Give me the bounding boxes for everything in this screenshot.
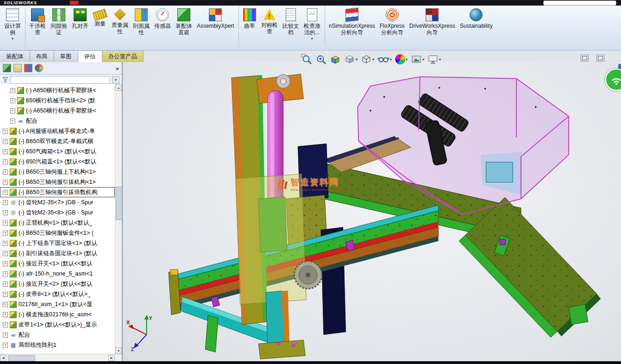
configurationmanager-tab-icon[interactable] — [24, 64, 32, 72]
commandmanager-tab[interactable]: 草图 — [54, 50, 78, 63]
tree-expander-icon[interactable] — [3, 231, 8, 236]
tree-expander-icon[interactable] — [3, 180, 8, 185]
tree-row[interactable]: (-) 上下链条下固定块<1> (默认 — [0, 238, 115, 248]
tree-expander-icon[interactable] — [10, 98, 15, 103]
zoom-fit-icon[interactable] — [301, 54, 312, 65]
panel-expand-chevron-icon[interactable] — [116, 65, 119, 72]
scroll-right-button[interactable] — [108, 355, 115, 361]
view-orientation-icon[interactable] — [344, 54, 358, 65]
tree-expander-icon[interactable] — [3, 333, 8, 338]
tree-row[interactable]: (-) 接近开关<1> (默认<<默认 — [0, 258, 115, 269]
ribbon-button[interactable]: 装配体 直观 — [173, 6, 194, 46]
tree-row[interactable]: (-) B650三轴伺服上下机构<1> — [0, 167, 115, 177]
tree-row[interactable]: (-) A650横行机械手塑胶块< — [0, 106, 115, 116]
commandmanager-tab[interactable]: 布局 — [30, 50, 54, 63]
tree-expander-icon[interactable] — [10, 88, 15, 93]
propertymanager-tab-icon[interactable] — [13, 64, 22, 72]
graphics-viewport[interactable]: Y X Z — [123, 62, 621, 361]
tree-row[interactable]: (-) 齿轮M2-35<8> (GB - Spur — [0, 207, 115, 218]
tree-expander-icon[interactable] — [3, 200, 8, 205]
hide-show-items-icon[interactable] — [377, 54, 392, 65]
tree-expander-icon[interactable] — [3, 292, 8, 297]
tree-vertical-scrollbar[interactable] — [115, 84, 122, 354]
tree-row[interactable]: (-) 皮带8<1> (默认<<默认>_ — [0, 289, 115, 299]
tree-row[interactable]: (-) 齿轮M2-35<7> (GB - Spur — [0, 197, 115, 207]
dimxpert-tab-icon[interactable] — [35, 64, 43, 72]
tree-row[interactable]: (-) B650双节横走式-单截式横 — [0, 136, 115, 146]
ribbon-button[interactable]: 质量属 性 — [109, 6, 131, 46]
zoom-area-icon[interactable] — [315, 54, 326, 65]
tree-expander-icon[interactable] — [3, 149, 8, 154]
tree-row[interactable]: (-) 接近开关<2> (默认<<默认 — [0, 279, 115, 289]
tree-horizontal-scrollbar[interactable] — [0, 354, 122, 361]
ribbon-button[interactable]: 干涉检 查 — [27, 6, 48, 46]
tree-row[interactable]: (-) B650三轴伺服引拔倍数机构 — [0, 187, 115, 197]
tree-expander-icon[interactable] — [3, 312, 8, 317]
tree-row[interactable]: (-) afr-150-h_none_5_asm<1 — [0, 269, 115, 279]
tree-row[interactable]: 650横行机械手挡块<2> (默 — [0, 95, 115, 106]
collapse-ribbon-button[interactable] — [596, 55, 604, 62]
ribbon-button[interactable]: 孔对齐 — [69, 6, 91, 46]
tree-expander-icon[interactable] — [3, 302, 8, 307]
featuremanager-tab-icon[interactable] — [3, 64, 11, 72]
ribbon-button[interactable]: 检查激 活的... — [301, 6, 325, 46]
tree-row[interactable]: (-) A伺服驱动机械手横走式-单 — [0, 126, 115, 136]
tree-expander-icon[interactable] — [3, 343, 8, 348]
collapse-panel-button[interactable] — [581, 55, 589, 62]
ribbon-button[interactable]: nSimulationXpress 分析向导 — [326, 6, 377, 46]
view-settings-icon[interactable] — [427, 54, 441, 65]
tree-row[interactable]: (-) B650三轴伺服钣金件<1> ( — [0, 228, 115, 238]
tree-row[interactable]: (-) A650横行机械手塑胶块< — [0, 85, 115, 95]
tree-row[interactable]: (-) 副引拔链条固定块<1> (默认 — [0, 248, 115, 258]
ribbon-button[interactable]: 对称检 查 — [259, 6, 280, 46]
tree-row[interactable]: 配合 — [0, 116, 115, 126]
ribbon-button[interactable]: 设计算 例 — [2, 6, 25, 46]
filter-dropdown-button[interactable] — [112, 76, 119, 84]
commandmanager-tab[interactable]: 评估 — [78, 50, 102, 63]
ribbon-button[interactable]: FloXpress 分析向导 — [377, 6, 407, 46]
tree-expander-icon[interactable] — [3, 261, 8, 266]
scroll-down-button[interactable] — [115, 347, 122, 354]
tree-row[interactable]: 皮带1<1> (默认<<默认>)_显示 — [0, 320, 115, 330]
vertical-scroll-thumb[interactable] — [116, 187, 122, 220]
tree-expander-icon[interactable] — [10, 119, 15, 124]
tree-expander-icon[interactable] — [10, 108, 15, 113]
tree-expander-icon[interactable] — [3, 220, 8, 226]
ribbon-button[interactable]: AssemblyXpert — [194, 6, 239, 46]
tree-row[interactable]: 02176tl_asm_1<1> (默认<显 — [0, 299, 115, 309]
tree-expander-icon[interactable] — [3, 210, 8, 215]
commandmanager-tab[interactable]: 办公室产品 — [102, 50, 144, 63]
ribbon-button[interactable]: DriveWorksXpress 向导 — [407, 6, 458, 46]
commandmanager-tab[interactable]: 装配体 — [0, 50, 30, 63]
apply-scene-icon[interactable] — [411, 54, 424, 65]
titlebar-red-button[interactable] — [69, 0, 79, 5]
tree-expander-icon[interactable] — [3, 322, 8, 327]
tree-expander-icon[interactable] — [3, 129, 8, 134]
tree-expander-icon[interactable] — [3, 169, 8, 175]
tree-expander-icon[interactable] — [3, 241, 8, 246]
ribbon-button[interactable]: 传感器 — [152, 6, 173, 46]
tree-row[interactable]: (-) 横走拖连02176tl-jc_asm< — [0, 309, 115, 320]
filter-funnel-icon[interactable] — [2, 77, 8, 83]
model-3d[interactable]: Y X Z — [123, 62, 621, 361]
tree-expander-icon[interactable] — [3, 271, 8, 276]
tree-expander-icon[interactable] — [3, 282, 8, 287]
horizontal-scroll-thumb[interactable] — [8, 355, 35, 361]
tree-expander-icon[interactable] — [3, 190, 8, 195]
scroll-up-button[interactable] — [115, 84, 122, 91]
tree-row[interactable]: (-) B650三轴伺服引拔机构<1> — [0, 177, 115, 187]
ribbon-button[interactable]: 测量 — [91, 6, 109, 46]
ribbon-button[interactable]: 间隙验 证 — [48, 6, 69, 46]
tree-row[interactable]: (-) 650汽箱盖<1> (默认<<默认 — [0, 157, 115, 167]
tree-expander-icon[interactable] — [3, 139, 8, 144]
scroll-left-button[interactable] — [0, 355, 6, 361]
tree-row[interactable]: (-) 正臂机构<1> (默认<默认_ — [0, 218, 115, 228]
tree-expander-icon[interactable] — [3, 159, 8, 164]
tree-row[interactable]: (-) 650气阀箱<1> (默认<<默认 — [0, 146, 115, 157]
ribbon-button[interactable]: 剖面属 性 — [131, 6, 152, 46]
titlebar-search-input[interactable] — [543, 0, 616, 6]
filter-input[interactable] — [10, 76, 110, 84]
ribbon-button[interactable]: Sustainability — [458, 6, 495, 46]
ribbon-button[interactable]: 比较文 档 — [280, 6, 301, 46]
section-view-icon[interactable] — [330, 54, 341, 65]
